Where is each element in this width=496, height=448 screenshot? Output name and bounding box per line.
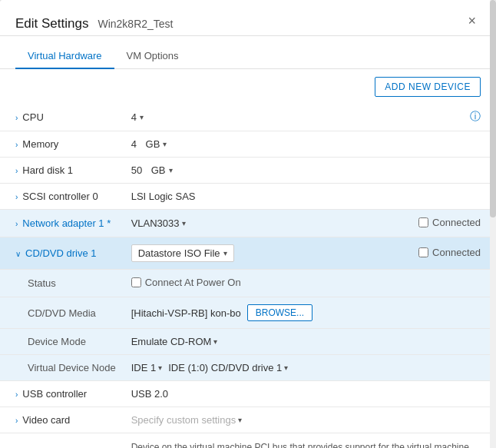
ide-select-1[interactable]: IDE 1 ▾ — [131, 362, 163, 373]
row-value: Device on the virtual machine PCI bus th… — [124, 433, 496, 449]
scrollbar-thumb[interactable] — [490, 0, 496, 217]
video-card-dropdown-icon[interactable]: ▾ — [238, 416, 242, 424]
table-row: ›CPU 4 ▾ ⓘ — [0, 103, 496, 131]
tab-virtual-hardware[interactable]: Virtual Hardware — [15, 44, 114, 69]
network-dropdown-icon[interactable]: ▾ — [182, 219, 186, 227]
row-value: Specify custom settings ▾ — [124, 407, 376, 433]
cpu-dropdown-icon[interactable]: ▾ — [140, 113, 144, 121]
row-value: Emulate CD-ROM ▾ — [124, 329, 376, 355]
row-value: IDE 1 ▾ IDE (1:0) CD/DVD drive 1 ▾ — [124, 355, 376, 381]
cddvd-type-value: Datastore ISO File — [138, 247, 220, 259]
row-action — [376, 355, 496, 381]
row-action — [376, 184, 496, 210]
row-action — [376, 329, 496, 355]
row-label: Virtual Device Node — [0, 355, 124, 381]
row-value: Datastore ISO File ▾ — [124, 237, 376, 270]
row-action — [376, 131, 496, 158]
row-action — [376, 297, 496, 329]
row-value: Connect At Power On — [124, 270, 496, 297]
ide-value-1: IDE 1 — [131, 362, 157, 373]
network-connected-text: Connected — [432, 217, 481, 228]
harddisk-value: 50 — [131, 164, 142, 176]
harddisk-unit: GB — [151, 164, 166, 176]
cddvd-connected-text: Connected — [432, 247, 481, 258]
video-card-value: Specify custom settings — [131, 414, 236, 426]
expand-icon[interactable]: › — [15, 193, 18, 201]
vmci-description: Device on the virtual machine PCI bus th… — [131, 442, 469, 448]
expand-icon[interactable]: › — [15, 416, 18, 425]
expand-icon[interactable]: › — [15, 390, 18, 399]
media-value-text: [Hitachi-VSP-RB] kon-bo — [131, 307, 241, 319]
row-value: [Hitachi-VSP-RB] kon-bo BROWSE... — [124, 297, 376, 329]
browse-button[interactable]: BROWSE... — [247, 304, 312, 321]
tabs-container: Virtual Hardware VM Options — [15, 44, 191, 68]
device-mode-dropdown-icon[interactable]: ▾ — [213, 337, 217, 346]
table-row: VMCI device Device on the virtual machin… — [0, 433, 496, 449]
row-value: 50 GB ▾ — [124, 158, 376, 184]
row-label: ›SCSI controller 0 — [0, 184, 124, 210]
harddisk-unit-dropdown-icon[interactable]: ▾ — [169, 166, 173, 174]
close-button[interactable]: × — [463, 12, 481, 29]
dialog-title: Edit Settings — [15, 16, 88, 32]
cddvd-type-select[interactable]: Datastore ISO File ▾ — [131, 244, 234, 262]
cpu-value: 4 — [131, 111, 137, 123]
info-icon: ⓘ — [470, 110, 481, 122]
table-row: Status Connect At Power On — [0, 270, 496, 297]
row-label: Status — [0, 270, 124, 297]
table-row: ›Video card Specify custom settings ▾ — [0, 407, 496, 433]
row-label: ›Memory — [0, 131, 124, 158]
row-label: Device Mode — [0, 329, 124, 355]
row-label: VMCI device — [0, 433, 124, 449]
ide-value-2: IDE (1:0) CD/DVD drive 1 — [168, 362, 282, 373]
cddvd-dropdown-icon: ▾ — [223, 249, 227, 257]
row-action: ⓘ — [376, 103, 496, 131]
toolbar: ADD NEW DEVICE — [0, 69, 496, 103]
row-action — [376, 407, 496, 433]
row-label: ∨CD/DVD drive 1 — [0, 237, 124, 270]
expand-icon[interactable]: › — [15, 220, 18, 228]
ide-select-2[interactable]: IDE (1:0) CD/DVD drive 1 ▾ — [168, 362, 288, 373]
device-mode-value: Emulate CD-ROM — [131, 336, 212, 347]
expand-icon[interactable]: › — [15, 167, 18, 175]
tabs-bar: Virtual Hardware VM Options — [0, 36, 496, 69]
row-label: ›USB controller — [0, 381, 124, 407]
power-on-label: Connect At Power On — [131, 277, 241, 288]
table-row: ›Network adapter 1 * VLAN3033 ▾ Connecte… — [0, 210, 496, 237]
row-action: Connected — [376, 237, 496, 270]
network-vlan-value: VLAN3033 — [131, 217, 180, 229]
row-label: ›CPU — [0, 103, 124, 131]
expand-icon[interactable]: › — [15, 114, 18, 122]
vm-name: Win2k8R2_Test — [98, 18, 173, 30]
cddvd-connected-label: Connected — [418, 247, 481, 258]
row-value: LSI Logic SAS — [124, 184, 376, 210]
dialog-body: ADD NEW DEVICE ›CPU 4 ▾ ⓘ — [0, 69, 496, 448]
memory-value: 4 — [131, 138, 137, 150]
edit-settings-dialog: Edit Settings Win2k8R2_Test × Virtual Ha… — [0, 0, 496, 448]
connect-power-on-checkbox[interactable] — [131, 277, 141, 287]
row-label: CD/DVD Media — [0, 297, 124, 329]
row-value: 4 GB ▾ — [124, 131, 376, 158]
connect-power-on-text: Connect At Power On — [145, 277, 241, 288]
network-connected-checkbox[interactable] — [418, 217, 428, 227]
row-label: ›Hard disk 1 — [0, 158, 124, 184]
row-value: 4 ▾ — [124, 103, 376, 131]
table-row: ›Hard disk 1 50 GB ▾ — [0, 158, 496, 184]
table-row: CD/DVD Media [Hitachi-VSP-RB] kon-bo BRO… — [0, 297, 496, 329]
row-action — [376, 158, 496, 184]
expand-icon[interactable]: › — [15, 141, 18, 149]
expand-icon[interactable]: ∨ — [15, 250, 21, 258]
ide1-dropdown-icon: ▾ — [158, 363, 162, 372]
tab-vm-options[interactable]: VM Options — [114, 44, 191, 69]
add-new-device-button[interactable]: ADD NEW DEVICE — [375, 77, 481, 97]
memory-unit: GB — [146, 138, 160, 150]
cddvd-connected-checkbox[interactable] — [418, 247, 428, 257]
usb-value: USB 2.0 — [131, 388, 168, 400]
network-connected-label: Connected — [418, 217, 481, 228]
memory-unit-dropdown-icon[interactable]: ▾ — [163, 140, 167, 148]
row-value: USB 2.0 — [124, 381, 376, 407]
scsi-value: LSI Logic SAS — [131, 191, 196, 202]
table-row: ›SCSI controller 0 LSI Logic SAS — [0, 184, 496, 210]
ide2-dropdown-icon: ▾ — [284, 363, 288, 372]
scrollbar-track — [490, 0, 496, 448]
table-row: ∨CD/DVD drive 1 Datastore ISO File ▾ Con… — [0, 237, 496, 270]
